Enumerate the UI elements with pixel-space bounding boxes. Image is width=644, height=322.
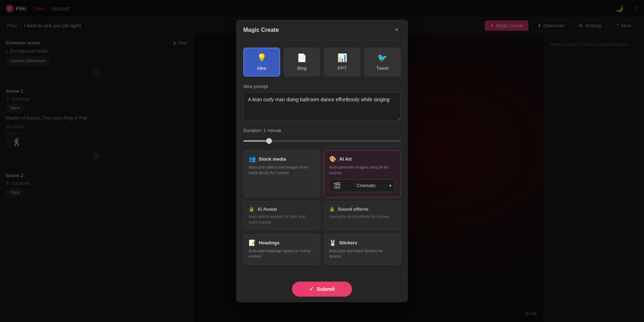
ai-art-title: AI Art	[339, 156, 352, 162]
dropdown-chevron-icon: ▾	[389, 183, 391, 188]
headings-header: 📝 Headings	[249, 239, 315, 246]
modal-header: Magic Create ×	[236, 20, 408, 40]
magic-create-modal: Magic Create × 💡 Idea 📄 Blog 📊 PPT	[236, 20, 408, 302]
stickers-icon: 🐰	[329, 239, 336, 246]
stock-media-header: 👥 Stock media	[249, 156, 315, 162]
submit-label: Submit	[317, 286, 335, 292]
type-idea-button[interactable]: 💡 Idea	[243, 48, 280, 77]
sound-effects-title: Sound effects	[338, 206, 369, 212]
stock-media-title: Stock media	[259, 156, 286, 162]
type-blog-button[interactable]: 📄 Blog	[284, 48, 321, 77]
headings-icon: 📝	[249, 239, 256, 246]
submit-button[interactable]: ✓ Submit	[292, 282, 352, 297]
idea-prompt-textarea[interactable]: A lean curly man doing ballroom dance ef…	[243, 92, 401, 121]
stock-media-desc: Auto-pick videos and images from stock l…	[249, 165, 315, 176]
ppt-label: PPT	[338, 65, 347, 71]
blog-icon: 📄	[297, 53, 307, 63]
ai-avatar-card[interactable]: 🔒 AI Avatar Auto-add AI avatars for intr…	[243, 201, 320, 230]
headings-card[interactable]: 📝 Headings Auto-add headings based on sc…	[243, 234, 320, 265]
duration-slider[interactable]	[243, 140, 401, 142]
idea-label: Idea	[257, 65, 266, 71]
type-tweet-button[interactable]: 🐦 Tweet	[364, 48, 401, 77]
duration-slider-container	[243, 137, 401, 143]
stickers-desc: Auto-pick animated stickers for scenes	[329, 248, 395, 259]
tweet-icon: 🐦	[377, 53, 387, 63]
ai-art-card[interactable]: 🎨 AI Art Auto-generate images using AI f…	[324, 150, 401, 197]
ai-art-icon: 🎨	[329, 156, 336, 162]
ai-avatar-header: 🔒 AI Avatar	[249, 206, 315, 212]
stock-media-icon: 👥	[249, 156, 256, 162]
headings-title: Headings	[259, 240, 280, 245]
ai-avatar-desc: Auto-add AI avatars for intro and outro …	[249, 214, 315, 225]
stock-media-card[interactable]: 👥 Stock media Auto-pick videos and image…	[243, 150, 320, 197]
type-ppt-button[interactable]: 📊 PPT	[324, 48, 361, 77]
duration-label: Duration: 1 minute	[243, 128, 401, 133]
headings-desc: Auto-add headings based on scene content	[249, 248, 315, 259]
sound-effects-card[interactable]: 🔒 Sound effects Auto-pick sound effects …	[324, 201, 401, 230]
stickers-title: Stickers	[339, 240, 357, 245]
idea-icon: 💡	[257, 53, 267, 63]
ppt-icon: 📊	[337, 53, 347, 63]
ai-art-header: 🎨 AI Art	[329, 156, 395, 162]
modal-title: Magic Create	[243, 27, 279, 33]
sound-effects-desc: Auto-pick sound effects for scenes	[329, 214, 395, 219]
submit-check-icon: ✓	[309, 286, 314, 292]
stickers-header: 🐰 Stickers	[329, 239, 395, 246]
cinematic-icon: 🎬	[333, 182, 341, 190]
ai-art-desc: Auto-generate images using AI for scenes	[329, 165, 395, 176]
ai-art-style-dropdown[interactable]: 🎬 Cinematic ▾	[329, 179, 395, 192]
stickers-card[interactable]: 🐰 Stickers Auto-pick animated stickers f…	[324, 234, 401, 265]
modal-overlay[interactable]: Magic Create × 💡 Idea 📄 Blog 📊 PPT	[0, 0, 644, 322]
options-grid: 👥 Stock media Auto-pick videos and image…	[243, 150, 401, 264]
sound-effects-header: 🔒 Sound effects	[329, 206, 395, 212]
ai-avatar-title: AI Avatar	[257, 206, 277, 212]
blog-label: Blog	[297, 65, 307, 71]
ai-art-style-label: Cinematic	[357, 183, 376, 188]
modal-body: 💡 Idea 📄 Blog 📊 PPT 🐦 Tweet Idea prompt	[236, 40, 408, 275]
sound-effects-lock-icon: 🔒	[329, 206, 335, 212]
ai-avatar-lock-icon: 🔒	[249, 206, 254, 212]
modal-close-button[interactable]: ×	[392, 25, 401, 34]
modal-footer: ✓ Submit	[236, 275, 408, 302]
type-selector: 💡 Idea 📄 Blog 📊 PPT 🐦 Tweet	[243, 48, 401, 77]
tweet-label: Tweet	[376, 65, 389, 71]
idea-prompt-label: Idea prompt	[243, 84, 401, 89]
